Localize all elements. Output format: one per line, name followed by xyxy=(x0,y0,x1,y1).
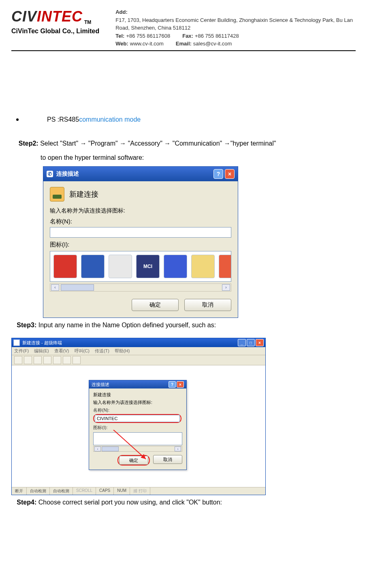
step4-text: Choose correct serial port you now using… xyxy=(36,499,222,506)
scroll-left-button[interactable]: ‹ xyxy=(51,284,59,291)
ps-text: PS :RS485 xyxy=(47,116,79,123)
toolbar-btn-1[interactable] xyxy=(14,356,22,364)
icon-option-mci[interactable]: MCI xyxy=(136,255,160,278)
step2-label: Step2: xyxy=(19,140,38,147)
dialog-titlebar[interactable]: ✆ 连接描述 ? × xyxy=(43,167,238,181)
dlg2-body: 新建连接 输入名称并为该连接选择图标: 名称(N): 图标(I): ‹ › xyxy=(89,388,186,470)
status-seg-6: NUM xyxy=(114,487,130,495)
dlg2-scroll-thumb[interactable] xyxy=(102,446,119,451)
ht-titlebar[interactable]: 新建连接 - 超级终端 _ □ × xyxy=(12,338,265,347)
tel-key: Tel: xyxy=(115,32,124,40)
logo-subtitle: CiVinTec Global Co., Limited xyxy=(11,28,99,35)
menu-help[interactable]: 帮助(H) xyxy=(115,348,130,353)
window-close-button[interactable]: × xyxy=(256,339,264,346)
web-value: www.cv-it.com xyxy=(130,40,164,48)
help-button[interactable]: ? xyxy=(213,169,223,179)
dlg2-scrollbar[interactable]: ‹ › xyxy=(93,446,182,452)
dlg2-scroll-left[interactable]: ‹ xyxy=(94,446,101,451)
ht-menubar: 文件(F) 编辑(E) 查看(V) 呼叫(C) 传送(T) 帮助(H) xyxy=(12,347,265,355)
icon-option-swirl[interactable] xyxy=(164,255,187,278)
email-value: sales@cv-it.com xyxy=(193,40,232,48)
connection-desc-dialog: ✆ 连接描述 ? × 新建连接 输入名称并为该连接选择图标: 名称(N): 图标… xyxy=(43,166,238,318)
add-value: F17, 1703, Headquarters Economic Center … xyxy=(115,16,356,32)
logo-civ: CIV xyxy=(11,8,37,25)
menu-file[interactable]: 文件(F) xyxy=(14,348,29,353)
icon-picker: MCI xyxy=(50,251,231,282)
name-label: 名称(N): xyxy=(50,218,231,225)
ps-blue-text: communication mode xyxy=(79,116,141,123)
dlg2-cancel-button[interactable]: 取消 xyxy=(153,455,182,464)
ht-toolbar xyxy=(12,355,265,365)
status-seg-7: 捕 打印 xyxy=(130,487,150,495)
email-key: Email: xyxy=(176,40,192,48)
step3-para: Step3: Input any name in the Name Option… xyxy=(11,320,356,330)
dlg2-icon-picker[interactable] xyxy=(93,432,182,445)
step4-para: Step4: Choose correct serial port you no… xyxy=(11,497,356,508)
new-connection-label: 新建连接 xyxy=(69,189,98,199)
menu-edit[interactable]: 编辑(E) xyxy=(34,348,49,353)
tel-value: +86 755 86117608 xyxy=(126,32,170,40)
toolbar-btn-6[interactable] xyxy=(63,356,71,364)
dlg2-help-button[interactable]: ? xyxy=(169,381,176,388)
close-button[interactable]: × xyxy=(225,169,235,179)
toolbar-btn-4[interactable] xyxy=(43,356,51,364)
toolbar-btn-3[interactable] xyxy=(34,356,42,364)
step4-label: Step4: xyxy=(17,499,36,506)
logo-tm: TM xyxy=(84,19,91,25)
maximize-button[interactable]: □ xyxy=(247,339,255,346)
dlg2-new-conn: 新建连接 xyxy=(93,392,182,398)
toolbar-btn-2[interactable] xyxy=(24,356,32,364)
ht-statusbar: 断开 自动检测 自动检测 SCROLL CAPS NUM 捕 打印 xyxy=(12,487,265,495)
ok-button[interactable]: 确定 xyxy=(132,299,179,311)
hyper-terminal-window: 新建连接 - 超级终端 _ □ × 文件(F) 编辑(E) 查看(V) 呼叫(C… xyxy=(11,338,266,495)
ht-client-area: 连接描述 ? × 新建连接 输入名称并为该连接选择图标: 名称(N): 图标(I… xyxy=(12,365,265,487)
add-key: Add: xyxy=(115,8,128,16)
dlg2-name-input[interactable] xyxy=(95,415,180,422)
dlg2-titlebar[interactable]: 连接描述 ? × xyxy=(89,380,186,388)
icon-scrollbar[interactable]: ‹ › xyxy=(50,283,231,292)
new-connection-icon xyxy=(50,187,64,202)
dlg2-ok-button[interactable]: 确定 xyxy=(119,456,148,465)
scroll-thumb[interactable] xyxy=(61,284,94,291)
dlg2-name-label: 名称(N): xyxy=(93,407,182,413)
dlg2-prompt: 输入名称并为该连接选择图标: xyxy=(93,399,182,406)
step2-text: Select "Start" → "Program" → "Accessory"… xyxy=(38,140,276,147)
status-seg-1: 断开 xyxy=(12,487,27,495)
ht-app-icon xyxy=(13,339,20,346)
logo-intec: INTEC xyxy=(37,8,83,25)
cancel-button[interactable]: 取消 xyxy=(184,299,231,311)
icon-option-phone[interactable] xyxy=(53,255,77,278)
dlg2-title-text: 连接描述 xyxy=(92,382,109,388)
menu-call[interactable]: 呼叫(C) xyxy=(75,348,90,353)
step2-line2: to open the hyper terminal software: xyxy=(41,152,356,163)
scroll-right-button[interactable]: › xyxy=(222,284,230,291)
status-seg-4: SCROLL xyxy=(73,487,96,495)
fax-key: Fax: xyxy=(182,32,193,40)
step3-text: Input any name in the Name Option define… xyxy=(36,322,216,328)
fax-value: +86 755 86117428 xyxy=(195,32,239,40)
icon-option-globe[interactable] xyxy=(81,255,105,278)
page-header: CIVINTEC TM CiVinTec Global Co., Limited… xyxy=(11,8,356,51)
dlg2-scroll-right[interactable]: › xyxy=(175,446,181,451)
icon-option-newspaper[interactable] xyxy=(109,255,132,278)
menu-transfer[interactable]: 传送(T) xyxy=(95,348,109,353)
new-connection-row: 新建连接 xyxy=(50,187,231,202)
ps-bullet-row: PS :RS485 communication mode xyxy=(11,116,356,123)
inner-connection-dialog: 连接描述 ? × 新建连接 输入名称并为该连接选择图标: 名称(N): 图标(I… xyxy=(89,380,187,470)
dlg2-close-button[interactable]: × xyxy=(177,381,184,388)
minimize-button[interactable]: _ xyxy=(238,339,246,346)
status-seg-3: 自动检测 xyxy=(50,487,73,495)
toolbar-btn-7[interactable] xyxy=(73,356,81,364)
dlg2-name-circle xyxy=(93,414,181,423)
status-seg-5: CAPS xyxy=(96,487,114,495)
web-key: Web: xyxy=(115,40,128,48)
name-input[interactable] xyxy=(50,227,231,238)
status-seg-2: 自动检测 xyxy=(27,487,50,495)
icon-option-umbrella[interactable] xyxy=(219,255,231,278)
dialog-title: 连接描述 xyxy=(56,170,79,178)
icon-label: 图标(I): xyxy=(50,241,231,249)
toolbar-btn-5[interactable] xyxy=(53,356,61,364)
icon-option-cards[interactable] xyxy=(191,255,215,278)
menu-view[interactable]: 查看(V) xyxy=(54,348,69,353)
contact-block: Add: F17, 1703, Headquarters Economic Ce… xyxy=(115,8,356,48)
